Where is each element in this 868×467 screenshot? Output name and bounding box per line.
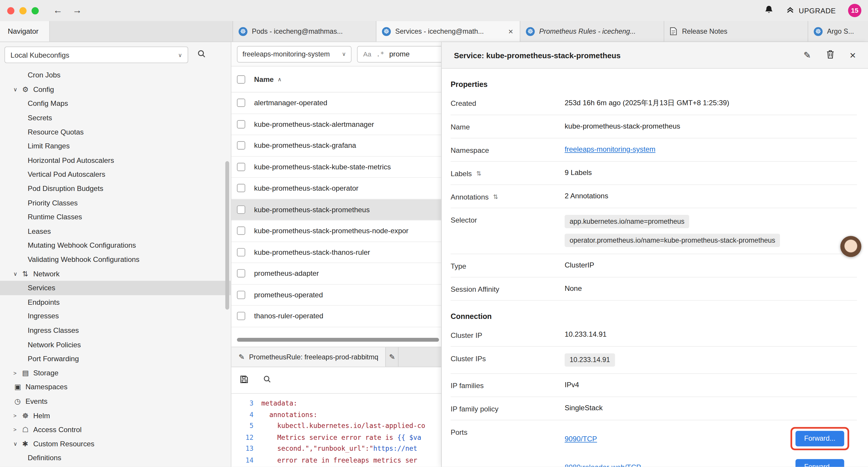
chevron-right-icon[interactable]: >	[13, 427, 22, 433]
save-icon[interactable]	[240, 375, 248, 386]
value-link[interactable]: freeleaps-monitoring-system	[565, 145, 655, 153]
sidebar-item-priority-classes[interactable]: Priority Classes	[0, 196, 231, 210]
sidebar-item-mutating-webhook-configurations[interactable]: Mutating Webhook Configurations	[0, 238, 231, 253]
sidebar-item-endpoints[interactable]: Endpoints	[0, 295, 231, 309]
regex-toggle[interactable]: .*	[376, 50, 384, 58]
list-search-input[interactable]: Aa .* prome	[357, 46, 441, 62]
chevron-down-icon[interactable]: ∨	[13, 86, 22, 92]
delete-icon[interactable]	[826, 50, 834, 61]
notification-badge[interactable]: 15	[848, 4, 862, 17]
chevron-right-icon[interactable]: >	[13, 370, 22, 376]
sidebar-item-validating-webhook-configurations[interactable]: Validating Webhook Configurations	[0, 253, 231, 267]
sort-icon[interactable]: ⇅	[476, 170, 481, 177]
sidebar-item-custom-resources[interactable]: ∨✱Custom Resources	[0, 437, 231, 451]
sidebar-scrollbar[interactable]	[225, 161, 229, 310]
kubeconfig-selector[interactable]: Local Kubeconfigs ∨	[4, 47, 188, 63]
sidebar-item-vertical-pod-autoscalers[interactable]: Vertical Pod Autoscalers	[0, 167, 231, 181]
sidebar-item-ingresses[interactable]: Ingresses	[0, 309, 231, 323]
table-row-prometheus-operated[interactable]: prometheus-operated	[231, 284, 441, 305]
row-checkbox[interactable]	[237, 184, 245, 193]
edit-icon[interactable]: ✎	[804, 50, 811, 61]
sidebar-item-cron-jobs[interactable]: Cron Jobs	[0, 68, 231, 82]
row-checkbox[interactable]	[237, 291, 245, 299]
sidebar-item-config-maps[interactable]: Config Maps	[0, 96, 231, 111]
bell-icon[interactable]	[764, 5, 773, 16]
tab-pods-icecheng-mathmas[interactable]: ☸Pods - icecheng@mathmas...	[232, 21, 376, 41]
table-row-kube-prometheus-stack-prometheus[interactable]: kube-prometheus-stack-prometheus	[231, 199, 441, 221]
table-row-kube-prometheus-stack-kube-state-metrics[interactable]: kube-prometheus-stack-kube-state-metrics	[231, 156, 441, 178]
forward-button[interactable]: Forward...	[795, 459, 844, 467]
table-row-prometheus-adapter[interactable]: prometheus-adapter	[231, 263, 441, 284]
sidebar-item-config[interactable]: ∨⚙Config	[0, 82, 231, 96]
editor-search-icon[interactable]	[263, 375, 271, 386]
table-row-kube-prometheus-stack-operator[interactable]: kube-prometheus-stack-operator	[231, 178, 441, 199]
row-checkbox[interactable]	[237, 141, 245, 150]
forward-button[interactable]: Forward...	[795, 431, 844, 446]
sidebar-item-network-policies[interactable]: Network Policies	[0, 338, 231, 352]
sidebar-item-label: Horizontal Pod Autoscalers	[28, 156, 114, 164]
table-row-kube-prometheus-stack-grafana[interactable]: kube-prometheus-stack-grafana	[231, 135, 441, 156]
sort-icon[interactable]: ⇅	[493, 193, 498, 200]
table-row-alertmanager-operated[interactable]: alertmanager-operated	[231, 92, 441, 114]
back-arrow-icon[interactable]: ←	[53, 5, 63, 16]
tab-prometheus-rules-icecheng[interactable]: ☸Prometheus Rules - icecheng...	[520, 21, 664, 41]
yaml-editor[interactable]: 3metadata:4 annotations:5 kubectl.kubern…	[231, 394, 441, 466]
port-link[interactable]: 8080:reloader-web/TCP	[565, 463, 641, 467]
maximize-window-button[interactable]	[32, 7, 39, 14]
row-checkbox[interactable]	[237, 120, 245, 128]
upgrade-button[interactable]: UPGRADE	[785, 5, 836, 16]
sidebar-item-namespaces[interactable]: ▣Namespaces	[0, 380, 231, 394]
avatar[interactable]	[840, 236, 861, 257]
tab-release-notes[interactable]: Release Notes	[664, 21, 808, 41]
sidebar-item-resource-quotas[interactable]: Resource Quotas	[0, 125, 231, 139]
editor-tab[interactable]: ✎ PrometheusRule: freeleaps-prod-rabbitm…	[231, 347, 386, 367]
sidebar-item-ingress-classes[interactable]: Ingress Classes	[0, 323, 231, 338]
sidebar-item-helm[interactable]: >☸Helm	[0, 408, 231, 422]
table-row-kube-prometheus-stack-thanos-ruler[interactable]: kube-prometheus-stack-thanos-ruler	[231, 242, 441, 263]
sidebar-search-icon[interactable]	[197, 49, 206, 60]
row-checkbox[interactable]	[237, 99, 245, 107]
sidebar-item-horizontal-pod-autoscalers[interactable]: Horizontal Pod Autoscalers	[0, 153, 231, 167]
namespace-selector[interactable]: freeleaps-monitoring-system ∨	[237, 46, 351, 62]
tab-argo-s[interactable]: ☸Argo S...	[808, 21, 868, 41]
close-tab-icon[interactable]: ×	[507, 27, 514, 36]
sidebar-item-runtime-classes[interactable]: Runtime Classes	[0, 210, 231, 224]
chevron-down-icon[interactable]: ∨	[13, 271, 22, 277]
forward-arrow-icon[interactable]: →	[72, 5, 82, 16]
row-checkbox[interactable]	[237, 205, 245, 214]
tab-services-icecheng-math[interactable]: ☸Services - icecheng@math...×	[376, 21, 520, 41]
name-column-header[interactable]: Name ∧	[254, 75, 282, 83]
sidebar-item-secrets[interactable]: Secrets	[0, 111, 231, 125]
chevron-down-icon[interactable]: ∨	[13, 441, 22, 447]
chevron-right-icon[interactable]: >	[13, 412, 22, 418]
sidebar-item-port-forwarding[interactable]: Port Forwarding	[0, 352, 231, 366]
table-row-kube-prometheus-stack-alertmanager[interactable]: kube-prometheus-stack-alertmanager	[231, 114, 441, 135]
row-checkbox[interactable]	[237, 227, 245, 235]
sidebar-item-events[interactable]: ◷Events	[0, 394, 231, 408]
sidebar-item-pod-disruption-budgets[interactable]: Pod Disruption Budgets	[0, 181, 231, 196]
sidebar-item-services[interactable]: Services	[0, 281, 231, 295]
close-icon[interactable]: ×	[850, 49, 856, 61]
horizontal-scrollbar[interactable]	[237, 338, 439, 342]
close-window-button[interactable]	[7, 7, 14, 14]
row-checkbox[interactable]	[237, 269, 245, 278]
row-checkbox[interactable]	[237, 163, 245, 171]
sidebar-item-limit-ranges[interactable]: Limit Ranges	[0, 139, 231, 153]
minimize-window-button[interactable]	[20, 7, 27, 14]
select-all-checkbox[interactable]	[237, 75, 245, 83]
port-link[interactable]: 9090/TCP	[565, 435, 597, 443]
sidebar-item-access-control[interactable]: >☖Access Control	[0, 422, 231, 437]
row-checkbox[interactable]	[237, 312, 245, 320]
sidebar-item-label: Definitions	[28, 454, 61, 462]
editor-tab-partial[interactable]: ✎	[386, 347, 399, 367]
sidebar-item-network[interactable]: ∨⇅Network	[0, 267, 231, 281]
navigator-tab[interactable]: Navigator	[0, 21, 50, 41]
sidebar-item-definitions[interactable]: Definitions	[0, 451, 231, 465]
table-row-thanos-ruler-operated[interactable]: thanos-ruler-operated	[231, 305, 441, 327]
table-row-kube-prometheus-stack-prometheus-node-ex[interactable]: kube-prometheus-stack-prometheus-node-ex…	[231, 221, 441, 242]
row-name: kube-prometheus-stack-operator	[254, 184, 359, 193]
sidebar-item-storage[interactable]: >▤Storage	[0, 366, 231, 380]
row-checkbox[interactable]	[237, 248, 245, 256]
match-case-toggle[interactable]: Aa	[363, 50, 371, 58]
sidebar-item-leases[interactable]: Leases	[0, 224, 231, 238]
